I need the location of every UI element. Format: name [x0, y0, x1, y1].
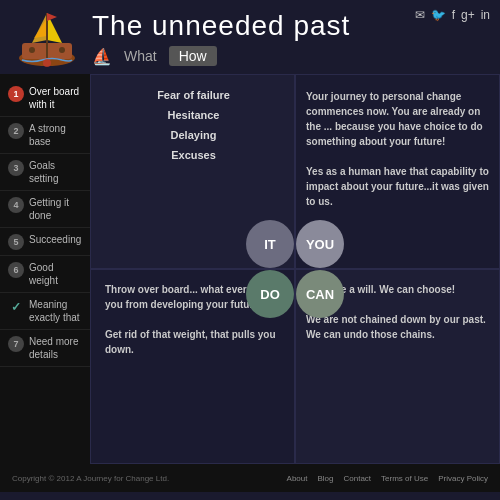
sidebar-label-3: Goals setting: [29, 159, 82, 185]
sidebar-label-2: A strong base: [29, 122, 82, 148]
item-fear: Fear of failure: [105, 89, 282, 101]
sidebar: 1 Over board with it 2 A strong base 3 G…: [0, 74, 90, 464]
sidebar-num-3: 3: [8, 160, 24, 176]
sidebar-item-meaning[interactable]: ✓ Meaning exactly that: [0, 293, 90, 330]
item-excuses: Excuses: [105, 149, 282, 161]
top-right-text2: Yes as a human have that capability to i…: [306, 164, 489, 209]
sidebar-num-6: 6: [8, 262, 24, 278]
header: The unneeded past ⛵ What How ✉ 🐦 f g+ in: [0, 0, 500, 74]
content-grid: Fear of failure Hesitance Delaying Excus…: [90, 74, 500, 464]
sidebar-item-1[interactable]: 1 Over board with it: [0, 80, 90, 117]
svg-point-7: [29, 47, 35, 53]
top-right-text1: Your journey to personal change commence…: [306, 89, 489, 149]
circle-can: CAN: [296, 270, 344, 318]
sidebar-num-7: 7: [8, 336, 24, 352]
sidebar-label-meaning: Meaning exactly that: [29, 298, 82, 324]
sidebar-label-7: Need more details: [29, 335, 82, 361]
svg-point-9: [43, 59, 51, 67]
sidebar-label-1: Over board with it: [29, 85, 82, 111]
social-icons: ✉ 🐦 f g+ in: [415, 8, 490, 22]
sidebar-item-5[interactable]: 5 Succeeding: [0, 228, 90, 256]
title-area: The unneeded past ⛵ What How: [92, 10, 350, 66]
bottom-left-text2: Get rid of that weight, that pulls you d…: [105, 327, 282, 357]
sidebar-label-6: Good weight: [29, 261, 82, 287]
sidebar-num-2: 2: [8, 123, 24, 139]
sidebar-num-4: 4: [8, 197, 24, 213]
sidebar-num-check: ✓: [8, 299, 24, 315]
footer-privacy[interactable]: Privacy Policy: [438, 474, 488, 483]
sidebar-item-7[interactable]: 7 Need more details: [0, 330, 90, 367]
sidebar-num-5: 5: [8, 234, 24, 250]
footer-contact[interactable]: Contact: [344, 474, 372, 483]
footer-terms[interactable]: Terms of Use: [381, 474, 428, 483]
circle-do: DO: [246, 270, 294, 318]
googleplus-icon[interactable]: g+: [461, 8, 475, 22]
tab-how[interactable]: How: [169, 46, 217, 66]
footer-links: About Blog Contact Terms of Use Privacy …: [287, 474, 488, 483]
svg-marker-6: [47, 13, 57, 21]
sidebar-item-4[interactable]: 4 Getting it done: [0, 191, 90, 228]
facebook-icon[interactable]: f: [452, 8, 455, 22]
footer-about[interactable]: About: [287, 474, 308, 483]
svg-point-8: [59, 47, 65, 53]
ship-illustration: [12, 8, 82, 68]
sidebar-label-4: Getting it done: [29, 196, 82, 222]
tab-what[interactable]: What: [118, 46, 163, 66]
linkedin-icon[interactable]: in: [481, 8, 490, 22]
tab-row: ⛵ What How: [92, 46, 350, 66]
page-title: The unneeded past: [92, 10, 350, 42]
footer-blog[interactable]: Blog: [317, 474, 333, 483]
sidebar-item-2[interactable]: 2 A strong base: [0, 117, 90, 154]
footer: Copyright © 2012 A Journey for Change Lt…: [0, 464, 500, 492]
item-hesitance: Hesitance: [105, 109, 282, 121]
center-labels: IT YOU DO CAN: [246, 220, 344, 318]
sidebar-label-5: Succeeding: [29, 233, 81, 246]
twitter-icon[interactable]: 🐦: [431, 8, 446, 22]
main-layout: 1 Over board with it 2 A strong base 3 G…: [0, 74, 500, 464]
tab-ship-icon: ⛵: [92, 47, 112, 66]
sidebar-item-3[interactable]: 3 Goals setting: [0, 154, 90, 191]
circle-it: IT: [246, 220, 294, 268]
footer-copyright: Copyright © 2012 A Journey for Change Lt…: [12, 474, 169, 483]
sidebar-num-1: 1: [8, 86, 24, 102]
circle-you: YOU: [296, 220, 344, 268]
email-icon[interactable]: ✉: [415, 8, 425, 22]
sidebar-item-6[interactable]: 6 Good weight: [0, 256, 90, 293]
item-delaying: Delaying: [105, 129, 282, 141]
